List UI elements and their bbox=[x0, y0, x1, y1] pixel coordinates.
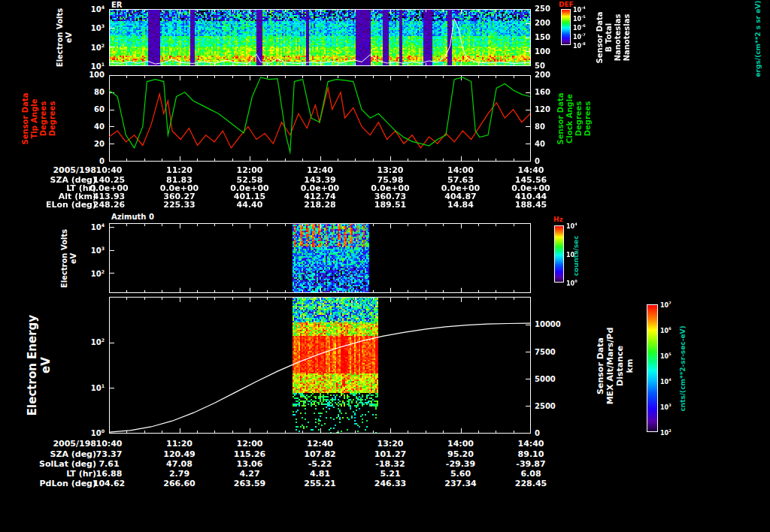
annotation-value: 263.59 bbox=[218, 479, 281, 488]
annotation-value: 5.21 bbox=[359, 469, 422, 479]
tick-label: 103 bbox=[73, 23, 105, 32]
annotation-value: 16.88 bbox=[77, 469, 141, 479]
annotation-value: 248.26 bbox=[77, 200, 141, 210]
tick-label: 0 bbox=[73, 157, 105, 165]
annotation-value: 10:40 bbox=[77, 439, 141, 449]
panel4-y-axis-label: Electron EnergyeV bbox=[26, 301, 53, 429]
annotation-value: 228.45 bbox=[499, 479, 562, 488]
colorbar4 bbox=[647, 304, 658, 432]
tick-label: 2500 bbox=[535, 402, 569, 410]
annotation-value: -5.22 bbox=[289, 459, 352, 469]
annotation-value: 95.20 bbox=[429, 449, 493, 459]
tick-label: 100 bbox=[535, 47, 565, 56]
tick-label: 40 bbox=[73, 122, 105, 131]
tick-label: 50 bbox=[535, 62, 565, 70]
tick-label: 7500 bbox=[535, 348, 569, 356]
annotation-value: 13:20 bbox=[359, 439, 422, 449]
annotation-value: 104.62 bbox=[77, 479, 141, 488]
panel3-title: Azimuth 0 bbox=[111, 213, 154, 221]
annotation-value: 13:20 bbox=[359, 165, 422, 175]
colorbar1-unit-label: ergs/(cm**2 s sr eV) bbox=[754, 2, 762, 77]
annotation-value: 225.33 bbox=[148, 200, 211, 210]
annotation-value: 7.61 bbox=[77, 459, 141, 469]
colorbar-tick: 102 bbox=[660, 428, 684, 437]
panel2-lineplot-canvas bbox=[109, 75, 531, 162]
tick-label: 102 bbox=[73, 337, 105, 346]
annotation-value: 73.37 bbox=[77, 449, 141, 459]
annotation-value: 255.21 bbox=[289, 479, 352, 488]
panel1-right-axis-label: Sensor DataB TotalNanoteslasNanoteslas bbox=[596, 0, 632, 77]
panel3-spectrogram-canvas bbox=[109, 223, 531, 293]
annotation-value: -29.39 bbox=[429, 459, 493, 469]
figure: ER DEF Azimuth 0 Hz 10410310210125020015… bbox=[0, 0, 770, 532]
annotation-value: 14:40 bbox=[499, 165, 562, 175]
annotation-value: 5.60 bbox=[429, 469, 493, 479]
annotation-value: 12:00 bbox=[218, 165, 281, 175]
annotation-value: 2.79 bbox=[148, 469, 211, 479]
tick-label: 0 bbox=[535, 429, 569, 437]
annotation-value: 14:40 bbox=[499, 439, 562, 449]
panel1-title: ER bbox=[111, 1, 123, 9]
tick-label: 104 bbox=[73, 5, 105, 14]
panel1-spectrogram-canvas bbox=[109, 9, 531, 66]
panel2-left-axis-label: Sensor DataTip AngleDegreesDegrees bbox=[21, 74, 57, 164]
panel4-spectrogram-canvas bbox=[109, 297, 531, 434]
annotation-value: 12:40 bbox=[289, 439, 352, 449]
annotation-value: 14:00 bbox=[429, 165, 493, 175]
annotation-value: 14.84 bbox=[429, 200, 493, 210]
panel2-right-axis-label: Sensor DataClock AngleDegreesDegrees bbox=[556, 74, 593, 164]
tick-label: 60 bbox=[73, 105, 105, 113]
colorbar-tick: 107 bbox=[660, 301, 684, 309]
annotation-value: 115.26 bbox=[218, 449, 281, 459]
annotation-value: 266.60 bbox=[148, 479, 211, 488]
panel1-y-axis-label: Electron VoltseV bbox=[56, 0, 74, 77]
annotation-value: 237.34 bbox=[429, 479, 493, 488]
tick-label: 200 bbox=[535, 19, 565, 27]
annotation-value: 189.51 bbox=[359, 200, 422, 210]
tick-label: 80 bbox=[73, 88, 105, 96]
tick-label: 5000 bbox=[535, 375, 569, 383]
tick-label: 101 bbox=[73, 62, 105, 71]
tick-label: 100 bbox=[73, 71, 105, 79]
tick-label: 100 bbox=[73, 428, 105, 437]
tick-label: 150 bbox=[535, 33, 565, 41]
tick-label: 250 bbox=[535, 5, 565, 13]
annotation-value: 12:00 bbox=[218, 439, 281, 449]
annotation-value: 188.45 bbox=[499, 200, 562, 210]
annotation-value: 6.08 bbox=[499, 469, 562, 479]
annotation-value: 4.27 bbox=[218, 469, 281, 479]
colorbar3-title: Hz bbox=[553, 216, 563, 223]
annotation-value: 101.27 bbox=[359, 449, 422, 459]
annotation-value: 12:40 bbox=[289, 165, 352, 175]
colorbar3 bbox=[554, 225, 564, 283]
annotation-value: 10:40 bbox=[77, 165, 141, 175]
panel3-y-axis-label: Electron VoltseV bbox=[60, 219, 78, 298]
tick-label: 20 bbox=[73, 140, 105, 148]
annotation-value: 44.40 bbox=[218, 200, 281, 210]
annotation-value: -39.87 bbox=[499, 459, 562, 469]
tick-label: 101 bbox=[73, 383, 105, 392]
panel4-right-axis-label: Sensor DataMEX Alt/Mars/PdDistancekm bbox=[596, 310, 635, 422]
annotation-value: 89.10 bbox=[499, 449, 562, 459]
tick-label: 102 bbox=[73, 43, 105, 52]
annotation-value: 246.33 bbox=[359, 479, 422, 488]
annotation-value: 13.06 bbox=[218, 459, 281, 469]
annotation-value: 11:20 bbox=[148, 165, 211, 175]
annotation-value: 107.82 bbox=[289, 449, 352, 459]
annotation-value: 120.49 bbox=[148, 449, 211, 459]
annotation-value: 218.28 bbox=[289, 200, 352, 210]
colorbar4-unit-label: cnts/(cm**2-sr-sec-eV) bbox=[679, 308, 687, 428]
annotation-value: 14:00 bbox=[429, 439, 493, 449]
annotation-value: 4.81 bbox=[289, 469, 352, 479]
annotation-value: 47.08 bbox=[148, 459, 211, 469]
annotation-value: 11:20 bbox=[148, 439, 211, 449]
colorbar3-unit-label: counts/sec bbox=[572, 222, 581, 289]
annotation-value: -18.32 bbox=[359, 459, 422, 469]
tick-label: 10000 bbox=[535, 320, 569, 328]
